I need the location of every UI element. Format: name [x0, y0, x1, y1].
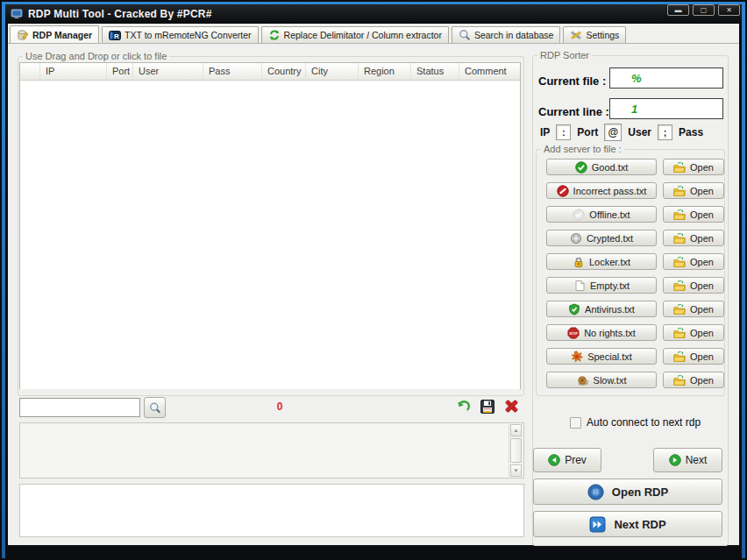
file-row-special: Special.txt Open	[546, 348, 732, 365]
file-row-no-rights: STOP No rights.txt Open	[546, 324, 732, 341]
column-header-select[interactable]	[20, 63, 40, 80]
open-button-label: Open	[690, 209, 714, 220]
add-server-label: Add server to file :	[541, 144, 624, 154]
prev-label: Prev	[565, 454, 587, 466]
open-button-label: Open	[690, 328, 714, 338]
column-header-city[interactable]: City	[306, 63, 359, 80]
open-offline-button[interactable]: Open	[663, 206, 724, 223]
scrollbar-thumb[interactable]	[510, 438, 522, 463]
open-good-button[interactable]: Open	[663, 159, 724, 175]
open-button-label: Open	[690, 162, 714, 173]
notes-textarea[interactable]	[19, 484, 524, 537]
save-button[interactable]	[477, 397, 498, 418]
open-empty-button[interactable]: Open	[663, 277, 724, 294]
scroll-down-button[interactable]: ▼	[510, 464, 522, 477]
title-bar[interactable]: RDP Multi Tool - Cracked By #PCR#	[5, 4, 742, 24]
mremoteng-icon: R	[109, 29, 121, 41]
minimize-button[interactable]: ▬	[667, 4, 689, 16]
add-offline-button[interactable]: Offline.txt	[546, 206, 657, 223]
add-good-button[interactable]: Good.txt	[546, 159, 657, 175]
scroll-up-button[interactable]: ▲	[510, 424, 522, 436]
result-count: 0	[227, 401, 332, 413]
open-locker-button[interactable]: Open	[663, 253, 724, 270]
maximize-button[interactable]: ▢	[693, 4, 715, 16]
tab-strip-divider	[8, 43, 739, 44]
file-row-good: Good.txt Open	[546, 159, 732, 175]
ip-port-separator-field[interactable]: :	[556, 124, 571, 140]
log-scrollbar[interactable]: ▲ ▼	[509, 424, 523, 477]
undo-button[interactable]	[453, 397, 474, 418]
add-slow-button[interactable]: Slow.txt	[546, 372, 657, 388]
folder-icon	[673, 209, 686, 221]
file-button-label: Antivirus.txt	[585, 304, 635, 315]
next-rdp-button[interactable]: Next RDP	[533, 511, 722, 537]
format-user-label: User	[628, 126, 651, 138]
add-no-rights-button[interactable]: STOP No rights.txt	[546, 324, 657, 341]
window-border-right	[742, 2, 745, 558]
auto-connect-checkbox[interactable]	[570, 417, 581, 429]
column-header-ip[interactable]: IP	[40, 63, 107, 80]
open-button-label: Open	[690, 233, 714, 244]
client-area: RDP Manager R TXT to mRemoteNG Converter…	[8, 24, 739, 545]
column-header-pass[interactable]: Pass	[203, 63, 262, 80]
search-button[interactable]	[144, 397, 166, 418]
add-locker-button[interactable]: Locker.txt	[546, 253, 657, 270]
open-no-rights-button[interactable]: Open	[663, 324, 724, 341]
next-rdp-label: Next RDP	[614, 518, 665, 531]
folder-icon	[673, 232, 686, 245]
column-header-region[interactable]: Region	[359, 63, 411, 80]
current-file-value: %	[610, 72, 642, 85]
column-header-comment[interactable]: Comment	[459, 63, 520, 80]
column-header-port[interactable]: Port	[107, 63, 133, 80]
locker-padlock-icon	[573, 256, 585, 268]
add-incorrect-pass-button[interactable]: Incorrect pass.txt	[546, 182, 657, 199]
close-button[interactable]: ✕	[718, 4, 740, 16]
column-header-user[interactable]: User	[133, 63, 203, 80]
open-button-label: Open	[690, 257, 714, 267]
search-input[interactable]	[19, 398, 140, 417]
open-incorrect-pass-button[interactable]: Open	[663, 182, 724, 199]
tab-rdp-manager[interactable]: RDP Manager	[10, 25, 99, 43]
port-user-separator-field[interactable]: @	[604, 124, 622, 141]
window-title: RDP Multi Tool - Cracked By #PCR#	[28, 8, 212, 20]
undo-icon	[456, 398, 473, 417]
user-pass-separator-field[interactable]: ;	[658, 124, 672, 140]
tab-search-in-database[interactable]: Search in database	[452, 26, 560, 43]
tab-strip: RDP Manager R TXT to mRemoteNG Converter…	[10, 25, 737, 43]
column-header-status[interactable]: Status	[411, 63, 459, 80]
file-button-label: Locker.txt	[589, 257, 630, 267]
add-empty-button[interactable]: Empty.txt	[546, 277, 657, 294]
open-rdp-button[interactable]: Open RDP	[533, 478, 722, 505]
table-body[interactable]	[20, 81, 520, 389]
format-row: IP : Port @ User ; Pass	[540, 123, 724, 142]
current-file-value-box: %	[609, 67, 723, 89]
offline-icon	[573, 209, 585, 221]
server-table[interactable]: IP Port User Pass Country City Region St…	[19, 62, 521, 389]
window-controls: ▬ ▢ ✕	[664, 4, 740, 16]
open-slow-button[interactable]: Open	[663, 372, 724, 388]
open-button-label: Open	[690, 375, 714, 386]
file-row-empty: Empty.txt Open	[546, 277, 732, 294]
add-antivirus-button[interactable]: Antivirus.txt	[546, 301, 657, 317]
add-crypted-button[interactable]: Crypted.txt	[546, 230, 657, 246]
log-textarea[interactable]: ▲ ▼	[19, 422, 524, 478]
tab-replace-delimitator[interactable]: Replace Delimitator / Column extractor	[261, 26, 449, 43]
next-button[interactable]: Next	[653, 448, 722, 472]
folder-icon	[673, 256, 686, 268]
open-crypted-button[interactable]: Open	[663, 230, 724, 246]
add-special-button[interactable]: Special.txt	[546, 348, 657, 365]
open-antivirus-button[interactable]: Open	[663, 301, 724, 317]
app-icon	[11, 8, 23, 20]
no-rights-stop-icon: STOP	[567, 327, 580, 339]
delete-button[interactable]	[501, 397, 522, 418]
table-header-row: IP Port User Pass Country City Region St…	[20, 63, 520, 81]
tab-settings[interactable]: Settings	[563, 26, 626, 43]
open-special-button[interactable]: Open	[663, 348, 724, 365]
current-line-value-box: 1	[609, 98, 723, 119]
current-line-value: 1	[610, 103, 637, 116]
tab-txt-to-mremoteng[interactable]: R TXT to mRemoteNG Converter	[102, 26, 259, 43]
prev-button[interactable]: Prev	[533, 448, 601, 472]
empty-page-icon	[573, 280, 586, 292]
column-header-country[interactable]: Country	[262, 63, 306, 80]
open-button-label: Open	[690, 304, 714, 315]
